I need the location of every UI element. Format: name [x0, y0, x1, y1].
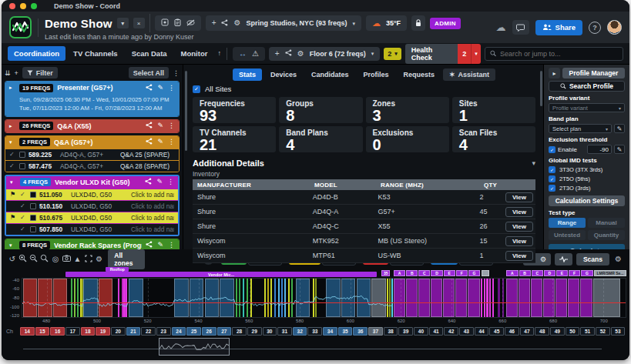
eye-slash-icon[interactable] [186, 19, 195, 28]
spectrum-plot[interactable] [22, 278, 626, 318]
tv-channel-33[interactable]: 33 [307, 327, 322, 336]
user-avatar[interactable] [607, 20, 622, 35]
nav-tab-monitor[interactable]: Monitor [175, 46, 214, 61]
tv-channel-29[interactable]: 29 [247, 327, 262, 336]
flag-icon[interactable]: ⚑ [10, 214, 17, 221]
span-arrows-icon[interactable]: ↔ [239, 50, 247, 58]
floor-warning-badge[interactable]: 2 ▾ [384, 48, 401, 60]
tv-channel-22[interactable]: 22 [141, 327, 156, 336]
freq-row[interactable]: ✓589.225AD4Q-A, G57+Q&A 25 (SPARE) [5, 149, 179, 160]
health-check-button[interactable]: Health Check [405, 44, 458, 64]
channel-name[interactable]: Click to add name [131, 214, 174, 222]
test-type-untested[interactable]: Untested [549, 230, 586, 240]
search-profile-button[interactable]: Search Profile [549, 81, 625, 92]
health-check-group[interactable]: Health Check 2 ▾ [405, 44, 481, 64]
tab-assistant[interactable]: ✶Assistant [443, 68, 495, 81]
freq-row[interactable]: ✓587.475AD4Q-A, G57+Q&A 28 (SPARE) [5, 160, 179, 172]
screenshot-icon[interactable] [62, 255, 71, 263]
weather-widget[interactable]: ☁ 35°F [366, 15, 407, 31]
share-icon[interactable] [146, 84, 153, 92]
tv-channel-47[interactable]: 47 [520, 327, 535, 336]
close-show-button[interactable]: × [133, 18, 145, 28]
tv-channel-24[interactable]: 24 [172, 327, 186, 336]
tv-channel-20[interactable]: 20 [111, 327, 126, 336]
inventory-view-button[interactable]: View [505, 192, 533, 202]
profile-variant-select[interactable]: Profile variant ▾ [549, 103, 625, 112]
channel-name[interactable]: Click to add name [131, 191, 174, 199]
imd-test-2t3o-3rds-[interactable]: ✓2T3O (3rds) [549, 184, 625, 192]
nav-tab-tv-channels[interactable]: TV Channels [67, 46, 124, 61]
threshold-input[interactable] [587, 145, 612, 154]
band-plan-edit-icon[interactable]: ✎ [614, 124, 625, 133]
center-right-scrollbar[interactable] [540, 71, 542, 106]
tv-channel-46[interactable]: 46 [505, 327, 519, 336]
trace-tools-button[interactable] [555, 253, 572, 265]
tv-channel-42[interactable]: 42 [444, 327, 458, 336]
chevron-right-icon[interactable]: ▸ [9, 85, 15, 91]
group-header[interactable]: ▸26 FREQSQ&A (X55)✎⋮ [5, 120, 179, 132]
inventory-view-button[interactable]: View [505, 251, 533, 261]
zone-selector[interactable]: + ⚙ Floor 6 (72 freqs) ▾ [269, 47, 380, 61]
enable-checkbox[interactable]: ✓ [549, 146, 555, 153]
peak-marker-icon[interactable]: ▲ [73, 255, 82, 263]
band-plan-select[interactable]: Select plan ▾ [549, 124, 612, 133]
maximize-window-button[interactable] [31, 3, 37, 9]
tv-channel-31[interactable]: 31 [277, 327, 292, 336]
tv-channel-50[interactable]: 50 [566, 327, 580, 336]
zoom-select-icon[interactable] [40, 254, 49, 264]
add-zone-icon[interactable]: + [275, 50, 280, 58]
additional-details-header[interactable]: Additional Details ▾ [193, 159, 535, 168]
kebab-icon[interactable]: ⋮ [168, 122, 175, 129]
zoom-in-icon[interactable] [18, 254, 27, 264]
tab-stats[interactable]: Stats [233, 68, 262, 81]
imd-checkbox[interactable]: ✓ [549, 175, 555, 182]
group-header[interactable]: ▾8 FREQSVendor Rack Spares (Programmed)✎… [5, 239, 179, 249]
tv-channel-15[interactable]: 15 [35, 327, 50, 336]
edit-icon[interactable]: ✎ [156, 179, 163, 185]
tv-channel-39[interactable]: 39 [398, 327, 413, 336]
all-zones-button[interactable]: All zones [108, 249, 145, 269]
imd-checkbox[interactable]: ✓ [549, 185, 555, 192]
chevron-down-icon[interactable]: ▾ [9, 139, 15, 145]
imd-test-3t3o-3tx-3rds-[interactable]: ✓3T3O (3TX 3rds) [549, 165, 625, 173]
warning-icon[interactable]: ⚠ [252, 50, 259, 58]
tv-channel-43[interactable]: 43 [459, 327, 474, 336]
group-header[interactable]: ▾2 FREQSQ&A (G57+)✎⋮ [5, 136, 179, 149]
tv-channel-32[interactable]: 32 [293, 327, 307, 336]
cloud-sync-icon[interactable]: ☁ [496, 22, 506, 33]
minimap-viewport[interactable] [159, 338, 230, 356]
share-icon[interactable] [146, 122, 153, 130]
edit-icon[interactable]: ✎ [157, 85, 163, 92]
channel-name[interactable]: Q&A 25 (SPARE) [120, 151, 175, 159]
tv-channel-26[interactable]: 26 [202, 327, 216, 336]
share-nodes-icon[interactable] [285, 49, 292, 58]
share-icon[interactable] [146, 138, 153, 146]
tv-channel-40[interactable]: 40 [414, 327, 428, 336]
tv-channel-44[interactable]: 44 [475, 327, 489, 336]
row-checkbox[interactable] [30, 215, 36, 221]
auto-scale-icon[interactable]: ↺ [8, 255, 16, 263]
test-type-quantity[interactable]: Quantity [588, 230, 625, 240]
tv-channel-45[interactable]: 45 [489, 327, 504, 336]
tv-channel-53[interactable]: 53 [611, 327, 626, 336]
global-search[interactable] [485, 47, 623, 61]
edit-icon[interactable]: ✎ [157, 139, 163, 145]
row-checkbox[interactable] [30, 226, 36, 232]
kebab-icon[interactable]: ⋮ [168, 139, 175, 145]
edit-icon[interactable]: ✎ [157, 242, 163, 249]
minimize-window-button[interactable] [20, 3, 26, 9]
tv-channel-49[interactable]: 49 [550, 327, 565, 336]
center-left-scrollbar[interactable] [185, 71, 187, 151]
tv-channel-17[interactable]: 17 [65, 327, 80, 336]
imd-test-2t5o-5ths-[interactable]: ✓2T5O (5ths) [549, 175, 625, 182]
vendor-group-bar[interactable]: Vendor Mic... [65, 272, 378, 277]
tab-devices[interactable]: Devices [264, 68, 303, 81]
filter-button[interactable]: Filter [22, 67, 58, 78]
threshold-edit-icon[interactable]: ✎ [614, 145, 625, 154]
imd-checkbox[interactable]: ✓ [549, 166, 555, 173]
group-header[interactable]: ▸19 FREQSPresenter (G57+)✎⋮ [5, 82, 179, 94]
zoom-out-icon[interactable] [29, 254, 38, 264]
inventory-view-button[interactable]: View [505, 222, 533, 232]
chevron-down-icon[interactable]: ▾ [10, 179, 16, 185]
chevron-right-icon[interactable]: ▸ [9, 123, 15, 129]
